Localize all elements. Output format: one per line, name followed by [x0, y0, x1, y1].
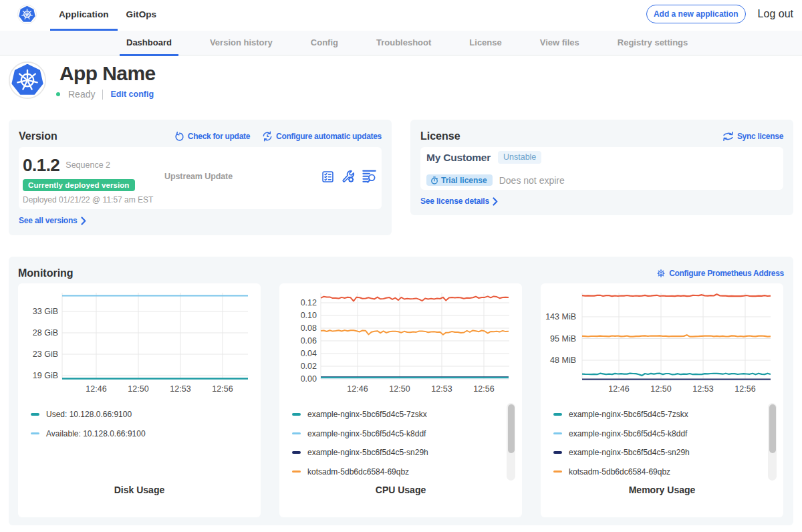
svg-text:143 MiB: 143 MiB: [545, 312, 576, 321]
svg-text:12:46: 12:46: [347, 384, 368, 394]
svg-text:12:56: 12:56: [734, 384, 755, 394]
svg-text:0.04: 0.04: [301, 349, 317, 358]
svg-text:12:53: 12:53: [692, 384, 713, 394]
svg-text:12:50: 12:50: [128, 384, 148, 394]
svg-text:0.02: 0.02: [301, 362, 317, 371]
svg-text:95 MiB: 95 MiB: [550, 334, 576, 344]
svg-text:12:50: 12:50: [389, 384, 410, 394]
svg-text:28 GiB: 28 GiB: [33, 328, 58, 338]
svg-text:0.00: 0.00: [301, 374, 317, 384]
svg-text:23 GiB: 23 GiB: [33, 350, 58, 359]
svg-text:12:56: 12:56: [212, 384, 233, 394]
svg-text:12:53: 12:53: [431, 384, 452, 394]
svg-text:12:46: 12:46: [608, 384, 629, 394]
svg-text:12:56: 12:56: [473, 384, 494, 394]
svg-text:33 GiB: 33 GiB: [33, 307, 58, 316]
svg-text:12:53: 12:53: [170, 384, 190, 394]
svg-text:0.08: 0.08: [301, 323, 317, 333]
svg-text:0.06: 0.06: [301, 336, 317, 346]
svg-text:0.10: 0.10: [301, 311, 317, 320]
svg-text:48 MiB: 48 MiB: [550, 356, 576, 365]
svg-text:19 GiB: 19 GiB: [33, 371, 58, 380]
svg-text:0.12: 0.12: [301, 298, 317, 307]
svg-text:12:46: 12:46: [86, 384, 106, 394]
svg-text:12:50: 12:50: [650, 384, 671, 394]
